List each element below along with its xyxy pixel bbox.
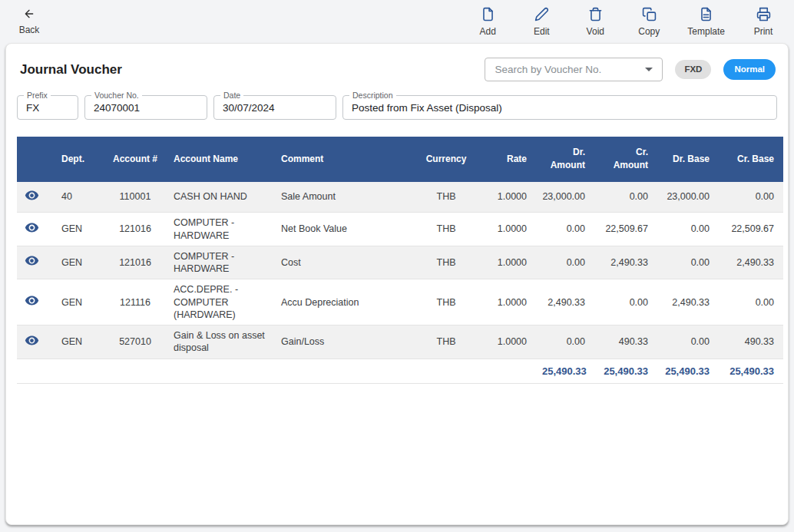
description-label: Description — [349, 91, 396, 100]
cell-account-name: COMPUTER - HARDWARE — [166, 246, 273, 279]
eye-icon — [25, 255, 39, 266]
eye-icon — [25, 222, 39, 233]
total-cr-amount: 25,490.33 — [593, 359, 656, 383]
cell-comment: Sale Amount — [273, 182, 412, 213]
back-label: Back — [19, 25, 40, 35]
col-comment: Comment — [273, 137, 412, 182]
table-row: GEN 121016 COMPUTER - HARDWARE Cost THB … — [17, 246, 783, 279]
voucher-no-value: 24070001 — [94, 102, 140, 114]
cell-cr-amount: 2,490.33 — [593, 246, 656, 279]
table-row: 40 110001 CASH ON HAND Sale Amount THB 1… — [17, 182, 783, 213]
voucher-search-select[interactable]: Search by Voucher No. — [485, 58, 663, 81]
voucher-type-badge: FXD — [675, 60, 711, 80]
cell-cr-base: 22,509.67 — [717, 213, 783, 246]
cell-dr-amount: 2,490.33 — [534, 279, 593, 325]
journal-lines-table: Dept. Account # Account Name Comment Cur… — [17, 137, 783, 384]
description-value: Posted from Fix Asset (Disposal) — [352, 102, 502, 114]
cell-dr-base: 0.00 — [656, 325, 717, 359]
cell-rate: 1.0000 — [481, 213, 534, 246]
total-cr-base: 25,490.33 — [717, 359, 783, 383]
cell-account-no: 121016 — [104, 246, 166, 279]
cell-dr-base: 0.00 — [656, 246, 717, 279]
cell-dr-base: 23,000.00 — [656, 182, 717, 213]
copy-button[interactable]: Copy — [634, 7, 664, 37]
cell-dept: 40 — [54, 182, 104, 213]
cell-cr-base: 0.00 — [717, 279, 783, 325]
edit-button[interactable]: Edit — [526, 7, 557, 37]
view-row-button[interactable] — [25, 255, 39, 266]
cell-account-name: ACC.DEPRE. - COMPUTER (HARDWARE) — [166, 279, 273, 325]
cell-dr-amount: 0.00 — [534, 213, 593, 246]
cell-comment: Cost — [273, 246, 412, 279]
cell-rate: 1.0000 — [481, 246, 534, 279]
table-body: 40 110001 CASH ON HAND Sale Amount THB 1… — [17, 182, 783, 359]
eye-icon — [25, 335, 39, 346]
journal-voucher-card: Journal Voucher Search by Voucher No. FX… — [5, 43, 789, 525]
back-arrow-icon — [22, 8, 36, 23]
cell-cr-amount: 0.00 — [593, 279, 656, 325]
cell-dept: GEN — [54, 246, 104, 279]
table-row: GEN 121116 ACC.DEPRE. - COMPUTER (HARDWA… — [17, 279, 783, 325]
cell-dept: GEN — [54, 279, 104, 325]
cell-cr-base: 490.33 — [717, 325, 783, 359]
toolbar-actions: Add Edit Void Copy Template — [472, 7, 779, 37]
cell-currency: THB — [412, 246, 481, 279]
cell-dept: GEN — [54, 325, 104, 359]
card-header: Journal Voucher Search by Voucher No. FX… — [17, 56, 777, 81]
cell-rate: 1.0000 — [481, 279, 534, 325]
cell-account-name: Gain & Loss on asset disposal — [166, 325, 273, 359]
col-account-name: Account Name — [166, 137, 273, 182]
table-header: Dept. Account # Account Name Comment Cur… — [17, 137, 783, 182]
voucher-form: Prefix FX Voucher No. 24070001 Date 30/0… — [17, 95, 777, 120]
edit-label: Edit — [534, 26, 550, 37]
cell-comment: Accu Depreciation — [273, 279, 412, 325]
col-account-no: Account # — [104, 137, 166, 182]
print-button[interactable]: Print — [748, 7, 779, 37]
add-button[interactable]: Add — [472, 7, 503, 37]
date-label: Date — [220, 91, 243, 100]
template-button[interactable]: Template — [687, 7, 725, 37]
prefix-value: FX — [26, 102, 39, 114]
chevron-down-icon — [645, 68, 653, 71]
col-eye — [17, 137, 54, 182]
cell-cr-amount: 490.33 — [593, 325, 656, 359]
header-right-group: Search by Voucher No. FXD Normal — [485, 58, 776, 81]
cell-cr-amount: 0.00 — [593, 182, 656, 213]
table-row: GEN 527010 Gain & Loss on asset disposal… — [17, 325, 783, 359]
view-row-button[interactable] — [25, 222, 39, 233]
date-field[interactable]: Date 30/07/2024 — [213, 95, 336, 120]
back-button[interactable]: Back — [14, 8, 45, 35]
view-row-button[interactable] — [25, 335, 39, 346]
cell-account-name: COMPUTER - HARDWARE — [166, 213, 273, 246]
prefix-label: Prefix — [24, 91, 51, 100]
cell-rate: 1.0000 — [481, 325, 534, 359]
total-dr-base: 25,490.33 — [656, 359, 717, 383]
cell-account-no: 110001 — [104, 182, 166, 213]
void-button[interactable]: Void — [580, 7, 610, 37]
col-rate: Rate — [481, 137, 534, 182]
add-label: Add — [480, 26, 496, 37]
print-label: Print — [754, 26, 773, 37]
cell-dr-amount: 0.00 — [534, 246, 593, 279]
view-row-button[interactable] — [25, 295, 39, 306]
description-field[interactable]: Description Posted from Fix Asset (Dispo… — [342, 95, 777, 120]
cell-account-no: 121116 — [104, 279, 166, 325]
cell-cr-base: 0.00 — [717, 182, 783, 213]
view-row-button[interactable] — [25, 190, 39, 201]
prefix-field[interactable]: Prefix FX — [17, 95, 78, 120]
cell-rate: 1.0000 — [481, 182, 534, 213]
eye-icon — [25, 295, 39, 306]
total-dr-amount: 25,490.33 — [534, 359, 593, 383]
col-dr-base: Dr. Base — [656, 137, 717, 182]
table-row: GEN 121016 COMPUTER - HARDWARE Net Book … — [17, 213, 783, 246]
cell-dr-base: 0.00 — [656, 213, 717, 246]
cell-cr-amount: 22,509.67 — [593, 213, 656, 246]
template-label: Template — [687, 26, 725, 37]
copy-icon — [642, 7, 657, 25]
cell-comment: Gain/Loss — [273, 325, 412, 359]
void-label: Void — [587, 26, 604, 37]
cell-comment: Net Book Value — [273, 213, 412, 246]
voucher-no-field[interactable]: Voucher No. 24070001 — [84, 95, 207, 120]
cell-currency: THB — [412, 279, 481, 325]
template-document-icon — [699, 7, 713, 25]
